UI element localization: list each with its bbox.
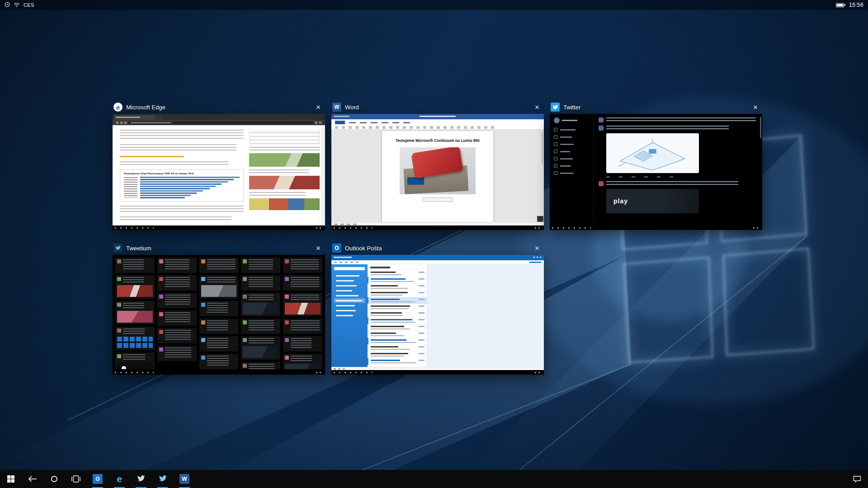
tweet-card — [157, 293, 197, 308]
tweet — [599, 117, 756, 123]
word-ribbon — [331, 119, 544, 130]
close-word-button[interactable]: ✕ — [530, 100, 544, 114]
card-title: Tweetium — [126, 245, 151, 252]
battery-icon — [836, 3, 845, 7]
chart-bar — [140, 188, 210, 189]
twitter-thumbnail[interactable]: play — [550, 114, 762, 230]
tweet-card — [157, 328, 197, 343]
taskbar: O e W — [0, 470, 868, 488]
tweet-card — [241, 258, 280, 273]
play-label: play — [613, 197, 628, 205]
word-taskbar-icon: W — [179, 474, 189, 484]
tweet-card — [241, 362, 280, 369]
taskbar-app-tweetium[interactable] — [130, 470, 152, 488]
task-view-button[interactable] — [65, 470, 87, 488]
network-name: CES — [24, 2, 34, 8]
twitter-nav-item — [554, 128, 589, 131]
cortana-ring-icon — [51, 476, 57, 482]
edge-chart-bars — [124, 177, 240, 198]
edge-page-content: Smartphone Chip Performance TOP 10 on An… — [113, 125, 325, 225]
card-title: Outlook Pošta — [345, 245, 382, 252]
card-header: O Outlook Pošta ✕ — [331, 241, 544, 255]
task-card-edge[interactable]: e Microsoft Edge ✕ — [113, 100, 325, 230]
tweet-card — [283, 336, 322, 352]
search-button[interactable] — [43, 470, 65, 488]
close-twitter-button[interactable]: ✕ — [749, 100, 762, 114]
tweet-card — [115, 352, 155, 369]
taskbar-app-edge[interactable]: e — [108, 470, 130, 488]
folder-row — [334, 278, 365, 283]
twitter-scrollbar — [760, 117, 761, 138]
chart-bar — [140, 183, 222, 185]
twitter-nav-item — [554, 135, 589, 139]
card-title: Twitter — [563, 104, 580, 111]
thumbnail-nav-strip — [113, 370, 325, 375]
tweet-card — [157, 346, 197, 361]
taskbar-app-twitter[interactable] — [152, 470, 174, 488]
taskbar-app-word[interactable]: W — [174, 470, 195, 488]
folder-row — [334, 303, 365, 308]
twitter-image-play: play — [606, 189, 699, 213]
outlook-taskbar-icon: O — [93, 474, 103, 484]
folder-row — [334, 273, 365, 278]
word-scrollbar — [542, 132, 543, 164]
thumbnail-nav-strip — [331, 370, 544, 375]
tweet-card — [241, 336, 280, 360]
start-button[interactable] — [0, 470, 22, 488]
clock-status-icon — [5, 1, 10, 9]
folder-row — [334, 288, 365, 293]
close-outlook-button[interactable]: ✕ — [530, 241, 544, 255]
outlook-status-bar — [331, 367, 544, 370]
message-row — [368, 358, 427, 365]
action-center-button[interactable] — [846, 470, 868, 488]
close-tweetium-button[interactable]: ✕ — [311, 241, 325, 255]
tweet-card — [199, 258, 239, 273]
tweet-card — [241, 275, 280, 291]
message-row — [368, 345, 427, 352]
task-card-outlook[interactable]: O Outlook Pošta ✕ — [331, 241, 544, 375]
close-edge-button[interactable]: ✕ — [311, 100, 325, 114]
edge-article-chart: Smartphone Chip Performance TOP 10 on An… — [120, 169, 244, 202]
tweet-card — [283, 258, 322, 273]
task-card-word[interactable]: W Word ✕ Testujeme Microsoft Continuum — [331, 100, 544, 230]
card-title: Word — [345, 104, 359, 111]
message-row — [368, 352, 427, 358]
folder-row — [334, 308, 365, 313]
card-header: Twitter ✕ — [550, 100, 762, 114]
message-row — [368, 291, 427, 297]
tweet-card — [115, 258, 155, 273]
card-header: e Microsoft Edge ✕ — [113, 100, 325, 114]
outlook-app-icon: O — [332, 244, 341, 253]
screen: CES 15:56 e Microsoft Edge ✕ — [0, 0, 868, 488]
task-card-twitter[interactable]: Twitter ✕ — [550, 100, 762, 230]
card-header: W Word ✕ — [331, 100, 544, 114]
task-card-tweetium[interactable]: Tweetium ✕ — [113, 241, 325, 375]
tweetium-thumbnail[interactable] — [113, 255, 325, 375]
chart-bar — [140, 181, 228, 183]
twitter-nav-item — [554, 171, 589, 175]
tweet-card — [241, 293, 280, 316]
taskbar-app-outlook[interactable]: O — [87, 470, 108, 488]
tweetium-taskbar-icon — [137, 474, 145, 484]
tweet-card — [199, 301, 239, 316]
tweet-card — [283, 354, 322, 369]
edge-thumbnail[interactable]: Smartphone Chip Performance TOP 10 on An… — [113, 114, 325, 230]
tweet-card — [199, 336, 239, 352]
back-button[interactable] — [22, 470, 43, 488]
word-title-bar — [331, 114, 544, 119]
word-thumbnail[interactable]: Testujeme Microsoft Continuum na Lumia 9… — [331, 114, 544, 230]
edge-sidebar-image — [249, 153, 320, 167]
word-heading: Testujeme Microsoft Continuum na Lumia 9… — [390, 138, 485, 143]
twitter-sidebar — [550, 114, 594, 225]
twitter-app-icon — [551, 103, 560, 112]
outlook-folder-pane — [331, 264, 368, 367]
folder-row — [334, 313, 365, 318]
tweet — [599, 181, 756, 186]
message-row — [368, 331, 427, 338]
tweet-card — [283, 275, 322, 291]
thumbnail-nav-strip — [113, 225, 325, 230]
thumbnail-nav-strip — [331, 225, 544, 230]
task-view: e Microsoft Edge ✕ — [0, 0, 868, 488]
outlook-thumbnail[interactable] — [331, 255, 544, 375]
word-status-bar — [331, 222, 544, 225]
